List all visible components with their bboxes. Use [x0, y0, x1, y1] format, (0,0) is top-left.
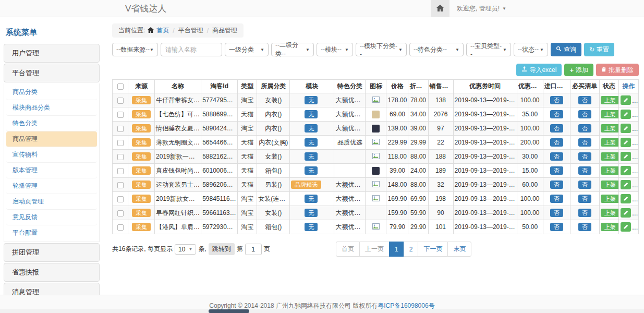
edit-button[interactable]: [621, 124, 631, 133]
must-buy-toggle[interactable]: 否: [578, 124, 591, 133]
pager-button[interactable]: 2: [404, 242, 419, 257]
must-buy-toggle[interactable]: 否: [578, 152, 591, 161]
row-checkbox[interactable]: [117, 210, 124, 216]
status-badge[interactable]: 上架: [601, 96, 619, 104]
row-checkbox[interactable]: [117, 182, 124, 188]
pager-button[interactable]: 首页: [336, 242, 360, 257]
page-size-select[interactable]: 10 ▼: [175, 244, 196, 255]
name-search-input[interactable]: [161, 43, 222, 56]
filter-select[interactable]: --模块--▼: [317, 43, 353, 56]
sidebar-item[interactable]: 平台管理: [4, 64, 100, 82]
sidebar-item[interactable]: 用户管理: [4, 44, 100, 63]
add-button[interactable]: + 添加: [564, 64, 593, 76]
sidebar-subitem[interactable]: 轮播管理: [6, 178, 97, 194]
edit-button[interactable]: [621, 180, 631, 189]
edit-button[interactable]: [621, 194, 631, 203]
icp-link[interactable]: 粤ICP备16098006号: [378, 302, 434, 309]
status-badge[interactable]: 上架: [601, 223, 619, 231]
filter-select[interactable]: --数据来源--▼: [112, 43, 158, 56]
row-checkbox[interactable]: [117, 140, 124, 146]
edit-button[interactable]: [621, 166, 631, 175]
status-badge[interactable]: 上架: [601, 110, 619, 118]
edit-button[interactable]: [621, 110, 631, 119]
sidebar-subitem[interactable]: 商品分类: [6, 85, 97, 100]
sidebar-subitem[interactable]: 版本管理: [6, 163, 97, 178]
import-select-toggle[interactable]: 否: [550, 138, 563, 147]
status-badge[interactable]: 上架: [601, 209, 619, 217]
page-number-input[interactable]: [245, 244, 262, 255]
import-select-toggle[interactable]: 否: [550, 124, 563, 133]
feature-category: 大额优惠券: [334, 93, 366, 107]
must-buy-toggle[interactable]: 否: [578, 96, 591, 104]
must-buy-toggle[interactable]: 否: [578, 138, 591, 147]
row-checkbox[interactable]: [117, 112, 124, 118]
import-select-toggle[interactable]: 否: [550, 166, 563, 175]
status-badge[interactable]: 上架: [601, 152, 619, 161]
filter-select[interactable]: 一级分类▼: [225, 43, 269, 56]
must-buy-toggle[interactable]: 否: [578, 110, 591, 118]
batch-delete-button[interactable]: 批量删除: [596, 64, 639, 76]
broken-image-icon: [372, 97, 380, 103]
must-buy-toggle[interactable]: 否: [578, 209, 591, 217]
sidebar-subitem[interactable]: 平台配置: [6, 225, 97, 240]
reset-button[interactable]: ↻ 重置: [584, 43, 614, 56]
filter-select[interactable]: --宝贝类型--▼: [466, 43, 511, 56]
must-buy-toggle[interactable]: 否: [578, 166, 591, 175]
import-select-toggle[interactable]: 否: [550, 152, 563, 161]
status-badge[interactable]: 上架: [601, 138, 619, 147]
import-select-toggle[interactable]: 否: [550, 110, 563, 118]
sidebar-subitem[interactable]: 启动页管理: [6, 194, 97, 210]
row-checkbox[interactable]: [117, 126, 124, 132]
import-select-toggle[interactable]: 否: [550, 195, 563, 203]
filter-select[interactable]: --二级分类--▼: [271, 43, 314, 56]
select-all-checkbox[interactable]: [117, 83, 124, 90]
pager-button[interactable]: 上一页: [359, 242, 390, 257]
import-excel-button[interactable]: 导入excel: [516, 64, 562, 76]
status-badge[interactable]: 上架: [601, 124, 619, 133]
pager-button[interactable]: 下一页: [418, 242, 448, 257]
sidebar-item[interactable]: 拼团管理: [4, 243, 100, 262]
edit-button[interactable]: [621, 95, 631, 105]
row-checkbox[interactable]: [117, 98, 124, 104]
status-badge[interactable]: 上架: [601, 180, 619, 189]
must-buy-toggle[interactable]: 否: [578, 180, 591, 189]
import-select-toggle[interactable]: 否: [550, 180, 563, 189]
must-buy-toggle[interactable]: 否: [578, 223, 591, 231]
import-select-toggle[interactable]: 否: [550, 223, 563, 231]
edit-button[interactable]: [621, 152, 631, 161]
table-row: 采集牛仔背带裤女秋装减龄...577479560965淘宝女装()无大额优惠券1…: [113, 93, 639, 107]
scrollbar-thumb[interactable]: [209, 309, 249, 313]
row-checkbox[interactable]: [117, 154, 124, 160]
edit-button[interactable]: [621, 222, 631, 232]
status-badge[interactable]: 上架: [601, 166, 619, 175]
jump-button[interactable]: 跳转到: [209, 243, 235, 255]
import-select-toggle[interactable]: 否: [550, 209, 563, 217]
row-checkbox[interactable]: [117, 224, 124, 231]
user-menu[interactable]: 欢迎您, 管理员! ▼: [449, 0, 514, 17]
sidebar-subitem[interactable]: 宣传物料: [6, 147, 97, 163]
filter-select[interactable]: --特色分类--▼: [409, 43, 464, 56]
horizontal-scrollbar[interactable]: [0, 309, 644, 313]
edit-button[interactable]: [621, 208, 631, 218]
sidebar-subitem[interactable]: 特色分类: [6, 116, 97, 131]
must-buy-toggle[interactable]: 否: [578, 195, 591, 203]
pager-button[interactable]: 末页: [447, 242, 471, 257]
search-button[interactable]: 查询: [551, 43, 581, 56]
pager-button[interactable]: 1: [389, 242, 404, 257]
filter-select[interactable]: --模块下分类--▼: [356, 43, 407, 56]
discount-price: 24.00: [408, 164, 428, 178]
row-checkbox[interactable]: [117, 196, 124, 202]
module-cell: 无: [290, 122, 334, 136]
edit-button[interactable]: [621, 138, 631, 147]
sidebar-item[interactable]: 省惠快报: [4, 263, 100, 282]
status-badge[interactable]: 上架: [601, 195, 619, 203]
filter-select[interactable]: --状态--▼: [514, 43, 548, 56]
sidebar-subitem[interactable]: 商品管理: [6, 131, 97, 147]
import-select-toggle[interactable]: 否: [550, 96, 563, 104]
sidebar-subitem[interactable]: 模块商品分类: [6, 100, 97, 116]
home-button[interactable]: [431, 0, 449, 17]
row-checkbox[interactable]: [117, 168, 124, 174]
breadcrumb-home-link[interactable]: 首页: [156, 26, 169, 35]
refresh-icon: ↻: [589, 46, 594, 53]
sidebar-subitem[interactable]: 意见反馈: [6, 210, 97, 225]
